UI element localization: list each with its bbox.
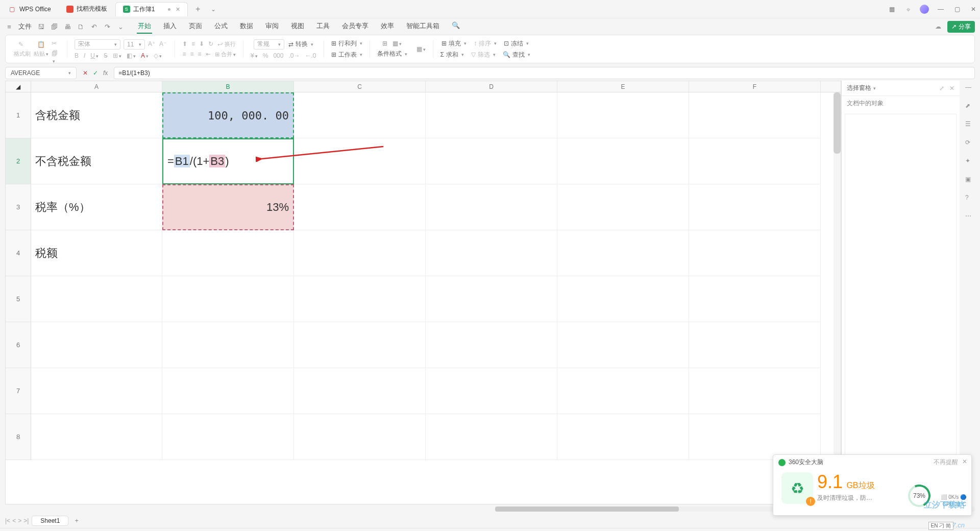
sheet-tab-1[interactable]: Sheet1 bbox=[32, 516, 68, 526]
layers-icon[interactable]: ▣ bbox=[965, 176, 974, 185]
align-top-icon[interactable]: ⬆ bbox=[182, 40, 187, 48]
hscroll-thumb[interactable] bbox=[495, 506, 679, 512]
align-left-icon[interactable]: ≡ bbox=[182, 51, 186, 58]
cell-d7[interactable] bbox=[426, 368, 557, 414]
row-head-8[interactable]: 8 bbox=[6, 414, 31, 460]
help-icon[interactable]: ? bbox=[965, 194, 974, 203]
row-head-4[interactable]: 4 bbox=[6, 230, 31, 276]
name-box[interactable]: AVERAGE ▾ bbox=[5, 67, 77, 79]
more-icon[interactable]: ⋯ bbox=[965, 212, 974, 222]
cell-a6[interactable] bbox=[31, 322, 162, 368]
fill-button[interactable]: ⊞ 填充▾ bbox=[442, 39, 467, 48]
cancel-formula-icon[interactable]: ✕ bbox=[83, 69, 88, 77]
border-icon[interactable]: ⊞▾ bbox=[113, 52, 121, 59]
workbook-tab[interactable]: S 工作簿1 × bbox=[115, 2, 188, 16]
col-head-d[interactable]: D bbox=[426, 81, 557, 92]
table-style-icon[interactable]: ⊞ bbox=[382, 40, 387, 47]
menu-insert[interactable]: 插入 bbox=[162, 19, 178, 34]
dec-dec-icon[interactable]: ←.0 bbox=[305, 52, 316, 59]
menu-member[interactable]: 会员专享 bbox=[341, 19, 370, 34]
orientation-icon[interactable]: ↻ bbox=[208, 40, 213, 48]
cell-a5[interactable] bbox=[31, 276, 162, 322]
cell-f5[interactable] bbox=[689, 276, 821, 322]
cell-f8[interactable] bbox=[689, 414, 821, 460]
find-button[interactable]: 🔍 查找▾ bbox=[503, 51, 530, 59]
font-color-icon[interactable]: A▾ bbox=[141, 52, 149, 59]
select-all-corner[interactable]: ◢ bbox=[6, 81, 31, 92]
percent-icon[interactable]: % bbox=[263, 52, 268, 59]
cell-b3[interactable]: 13% bbox=[162, 184, 294, 230]
cell-e3[interactable] bbox=[557, 184, 689, 230]
menu-tools[interactable]: 工具 bbox=[315, 19, 331, 34]
cell-d6[interactable] bbox=[426, 322, 557, 368]
cell-c2[interactable] bbox=[294, 138, 426, 184]
cell-b4[interactable] bbox=[162, 230, 294, 276]
cell-e8[interactable] bbox=[557, 414, 689, 460]
cell-a8[interactable] bbox=[31, 414, 162, 460]
worksheet-button[interactable]: ⊞ 工作表▾ bbox=[331, 51, 362, 59]
row-head-1[interactable]: 1 bbox=[6, 92, 31, 138]
clear-format-icon[interactable]: ◇▾ bbox=[154, 52, 162, 59]
col-head-c[interactable]: C bbox=[294, 81, 426, 92]
cell-c7[interactable] bbox=[294, 368, 426, 414]
cell-c5[interactable] bbox=[294, 276, 426, 322]
rowcol-button[interactable]: ⊞ 行和列▾ bbox=[331, 39, 362, 48]
row-head-3[interactable]: 3 bbox=[6, 184, 31, 230]
menu-review[interactable]: 审阅 bbox=[264, 19, 280, 34]
cell-c4[interactable] bbox=[294, 230, 426, 276]
cell-a3[interactable]: 税率（%） bbox=[31, 184, 162, 230]
merge-button[interactable]: ⊞ 合并▾ bbox=[215, 51, 236, 58]
redo-icon[interactable]: ↷ bbox=[103, 22, 111, 31]
maximize-button[interactable]: ▢ bbox=[952, 5, 962, 14]
cell-b7[interactable] bbox=[162, 368, 294, 414]
cell-f3[interactable] bbox=[689, 184, 821, 230]
align-center-icon[interactable]: ≡ bbox=[190, 51, 194, 58]
paste-button[interactable]: 📋 粘贴▾ bbox=[34, 41, 48, 58]
copy-icon[interactable]: 🗐▾ bbox=[52, 50, 60, 58]
row-head-6[interactable]: 6 bbox=[6, 322, 31, 368]
cell-a4[interactable]: 税额 bbox=[31, 230, 162, 276]
cell-d8[interactable] bbox=[426, 414, 557, 460]
number-format-select[interactable]: 常规▾ bbox=[254, 39, 284, 50]
wrap-text-button[interactable]: ⮐ 换行 bbox=[217, 40, 236, 48]
increase-font-icon[interactable]: A⁺ bbox=[148, 40, 156, 49]
print-icon[interactable]: 🖶 bbox=[63, 22, 71, 31]
cell-c6[interactable] bbox=[294, 322, 426, 368]
italic-icon[interactable]: I bbox=[84, 52, 85, 59]
cell-d1[interactable] bbox=[426, 92, 557, 138]
cloud-icon[interactable]: ☁ bbox=[935, 23, 941, 30]
strike-icon[interactable]: S̶ bbox=[104, 52, 108, 59]
cell-b5[interactable] bbox=[162, 276, 294, 322]
minimize-button[interactable]: — bbox=[936, 5, 945, 14]
scroll-thumb[interactable] bbox=[834, 92, 841, 154]
dec-inc-icon[interactable]: .0→ bbox=[288, 52, 300, 59]
sum-button[interactable]: Σ 求和▾ bbox=[440, 51, 464, 59]
fill-color-icon[interactable]: ◧▾ bbox=[127, 52, 136, 59]
filter-button[interactable]: ▽ 筛选▾ bbox=[471, 51, 496, 59]
cell-a2[interactable]: 不含税金额 bbox=[31, 138, 162, 184]
col-head-b[interactable]: B bbox=[162, 81, 294, 92]
format-painter-button[interactable]: ✎ 格式刷 bbox=[14, 41, 31, 58]
decrease-font-icon[interactable]: A⁻ bbox=[159, 40, 167, 49]
save-icon[interactable]: 🖫 bbox=[37, 22, 45, 31]
menu-page[interactable]: 页面 bbox=[188, 19, 203, 34]
add-sheet-button[interactable]: + bbox=[71, 516, 82, 526]
undo-icon[interactable]: ↶ bbox=[90, 22, 98, 31]
cell-f1[interactable] bbox=[689, 92, 821, 138]
collapse-icon[interactable]: — bbox=[965, 84, 974, 93]
ime-indicator[interactable]: EN 刁 简 bbox=[928, 522, 953, 530]
row-head-2[interactable]: 2 bbox=[6, 138, 31, 184]
cell-b1[interactable]: 100, 000. 00 bbox=[162, 92, 294, 138]
bold-icon[interactable]: B bbox=[75, 52, 79, 59]
pin-icon[interactable]: ⤢ bbox=[939, 85, 944, 92]
cell-f6[interactable] bbox=[689, 322, 821, 368]
file-menu[interactable]: 文件 bbox=[18, 22, 32, 31]
sheet-nav-next-icon[interactable]: > bbox=[18, 517, 21, 524]
cell-a7[interactable] bbox=[31, 368, 162, 414]
save-as-icon[interactable]: 🗐 bbox=[50, 22, 58, 31]
col-head-e[interactable]: E bbox=[557, 81, 689, 92]
menu-icon[interactable]: ≡ bbox=[5, 22, 13, 31]
menu-view[interactable]: 视图 bbox=[290, 19, 305, 34]
convert-button[interactable]: ⇄ 转换▾ bbox=[288, 40, 313, 49]
new-tab-button[interactable]: + bbox=[192, 3, 204, 15]
